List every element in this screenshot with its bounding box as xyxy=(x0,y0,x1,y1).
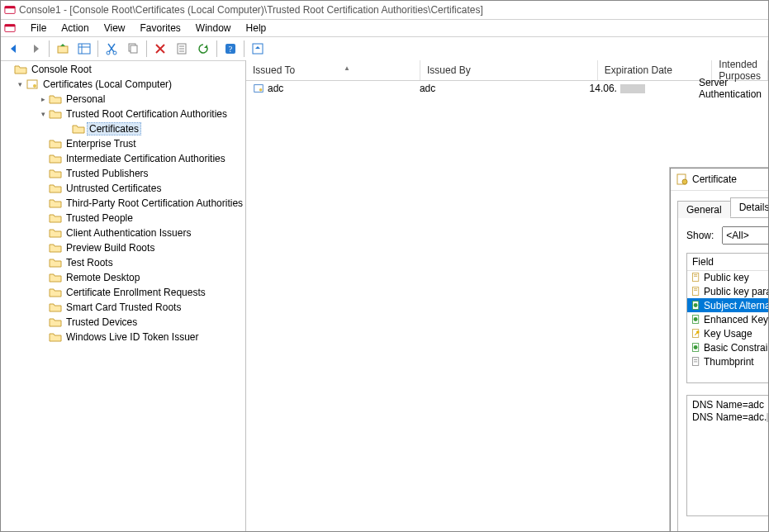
cell-field: Subject Alternative Name xyxy=(687,300,768,311)
tree-node-console-root[interactable]: Console Root xyxy=(2,62,245,77)
collapse-icon[interactable] xyxy=(2,64,14,75)
redacted-text xyxy=(620,84,645,93)
menu-window[interactable]: Window xyxy=(189,21,238,36)
folder-icon xyxy=(49,241,62,254)
column-issued-by[interactable]: Issued By xyxy=(420,60,598,80)
menu-help[interactable]: Help xyxy=(240,21,273,36)
collapse-icon[interactable]: ▾ xyxy=(37,108,49,120)
menu-favorites[interactable]: Favorites xyxy=(134,21,188,36)
tree-node[interactable]: Client Authentication Issuers xyxy=(14,226,245,240)
expand-icon[interactable] xyxy=(37,212,49,224)
svg-rect-11 xyxy=(131,45,137,53)
field-value-box[interactable]: DNS Name=adc DNS Name=adc..local xyxy=(686,395,768,516)
cell-expiration: 14.06. xyxy=(583,83,692,94)
back-button[interactable] xyxy=(4,39,24,59)
folder-icon xyxy=(49,152,62,165)
help-button[interactable]: ? xyxy=(221,39,240,59)
tree-node[interactable]: ▸Personal xyxy=(14,92,245,107)
column-expiration[interactable]: Expiration Date xyxy=(598,60,712,80)
expand-icon[interactable]: ▸ xyxy=(37,93,49,105)
column-purposes[interactable]: Intended Purposes xyxy=(712,60,768,80)
field-icon xyxy=(691,300,701,311)
expand-icon[interactable] xyxy=(37,287,49,298)
cell-field: Enhanced Key Usage xyxy=(687,314,768,325)
tree-node[interactable]: Windows Live ID Token Issuer xyxy=(14,330,245,344)
expand-icon[interactable] xyxy=(37,168,49,179)
expand-icon[interactable] xyxy=(37,242,49,254)
up-button[interactable] xyxy=(53,39,73,59)
delete-button[interactable] xyxy=(150,39,170,59)
expand-icon[interactable] xyxy=(37,138,49,150)
tree-node[interactable]: Remote Desktop xyxy=(14,270,245,285)
expand-icon[interactable] xyxy=(37,331,49,343)
details-row[interactable]: Public keyRSA (2048 Bits) xyxy=(687,270,768,284)
field-icon xyxy=(691,272,701,283)
details-row[interactable]: Thumbprint0ea0ae479e3606608a80a743… xyxy=(687,354,768,368)
tree-node[interactable]: Certificate Enrollment Requests xyxy=(14,285,245,300)
mmc-icon xyxy=(4,22,16,34)
tree-node[interactable]: Trusted Devices xyxy=(14,315,245,330)
details-row[interactable]: Enhanced Key UsageServer Authentication … xyxy=(687,312,768,326)
svg-rect-39 xyxy=(694,359,697,360)
cut-button[interactable] xyxy=(102,39,121,59)
tree-label: Remote Desktop xyxy=(64,271,142,284)
menu-action[interactable]: Action xyxy=(55,21,95,36)
tree-node[interactable]: Trusted Publishers xyxy=(14,166,245,181)
dialog-titlebar: Certificate ✕ xyxy=(671,169,768,191)
tree-label: Certificates (Local Computer) xyxy=(40,78,174,91)
tree-node[interactable]: ▾Trusted Root Certification Authorities xyxy=(14,107,245,121)
tree-node[interactable]: Test Roots xyxy=(14,255,245,270)
folder-icon xyxy=(49,197,62,210)
show-select[interactable]: <All> xyxy=(722,226,768,245)
column-issued-to[interactable]: Issued To xyxy=(246,60,420,80)
tab-general[interactable]: General xyxy=(677,201,731,218)
window-title: Console1 - [Console Root\Certificates (L… xyxy=(19,4,483,16)
tree-label: Certificates xyxy=(87,122,141,135)
expand-icon[interactable] xyxy=(37,183,49,194)
tree-node-certificates-root[interactable]: ▾ Certificates (Local Computer) xyxy=(14,77,245,92)
svg-point-22 xyxy=(259,88,263,92)
expand-icon[interactable] xyxy=(37,272,49,283)
column-field[interactable]: Field xyxy=(687,254,768,270)
copy-button[interactable] xyxy=(123,39,143,59)
expand-icon[interactable] xyxy=(37,227,49,239)
forward-button[interactable] xyxy=(26,39,45,59)
show-hide-tree-button[interactable] xyxy=(74,39,94,59)
collapse-icon[interactable]: ▾ xyxy=(14,78,26,90)
expand-icon[interactable] xyxy=(37,302,49,313)
show-label: Show: xyxy=(686,230,714,241)
tree-node[interactable]: Preview Build Roots xyxy=(14,240,245,255)
list-header: Issued To Issued By Expiration Date Inte… xyxy=(246,60,768,81)
refresh-button[interactable] xyxy=(193,39,213,59)
tree-node[interactable]: Third-Party Root Certification Authoriti… xyxy=(14,196,245,211)
details-fields-list[interactable]: Field Value Public keyRSA (2048 Bits)Pub… xyxy=(686,253,768,383)
expand-icon[interactable] xyxy=(37,153,49,164)
folder-icon xyxy=(49,182,62,195)
cell-issued-by: adc xyxy=(413,83,583,94)
cell-field: Thumbprint xyxy=(687,356,768,368)
expand-icon[interactable] xyxy=(37,316,49,328)
menu-view[interactable]: View xyxy=(97,21,132,36)
menu-file[interactable]: File xyxy=(24,21,53,36)
tree-node[interactable]: Intermediate Certification Authorities xyxy=(14,151,245,166)
details-row[interactable]: Public key parameters05 00 xyxy=(687,284,768,298)
tree-node[interactable]: Smart Card Trusted Roots xyxy=(14,300,245,315)
tab-details[interactable]: Details xyxy=(730,197,768,217)
tree-label: Trusted People xyxy=(64,211,135,225)
details-row[interactable]: Key UsageDigital Signature, Key Encipher… xyxy=(687,326,768,340)
tree-label: Intermediate Certification Authorities xyxy=(64,152,228,165)
tree-node-certificates[interactable]: Certificates xyxy=(14,121,245,136)
expand-icon[interactable] xyxy=(37,197,49,209)
folder-open-icon xyxy=(14,63,27,76)
properties-button[interactable] xyxy=(172,39,192,59)
list-row[interactable]: adcadc14.06.Server Authentication xyxy=(246,81,768,96)
tree-node[interactable]: Enterprise Trust xyxy=(14,136,245,151)
tree-node[interactable]: Trusted People xyxy=(14,211,245,226)
export-list-button[interactable] xyxy=(248,39,268,59)
details-row[interactable]: Subject Alternative NameDNS Name=adc, DN… xyxy=(687,298,768,312)
expand-icon[interactable] xyxy=(37,257,49,268)
tree-node[interactable]: Untrusted Certificates xyxy=(14,181,245,196)
menu-bar: File Action View Favorites Window Help xyxy=(1,20,768,37)
details-row[interactable]: Basic ConstraintsSubject Type=End Entity… xyxy=(687,340,768,354)
tree-pane[interactable]: Console Root ▾ Certificates (Local Compu… xyxy=(1,60,246,531)
